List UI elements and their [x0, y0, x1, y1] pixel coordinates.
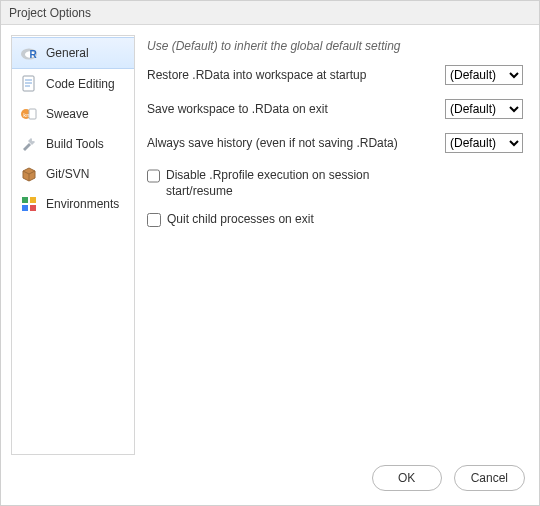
row-save-history: Always save history (even if not saving … [147, 133, 523, 153]
content-pane: Use (Default) to inherit the global defa… [147, 35, 529, 455]
svg-rect-12 [30, 197, 36, 203]
titlebar: Project Options [1, 1, 539, 25]
sidebar-item-label: Code Editing [46, 77, 115, 91]
sidebar-item-sweave[interactable]: knit Sweave [12, 99, 134, 129]
package-icon [20, 165, 38, 183]
sidebar-item-general[interactable]: R General [12, 37, 134, 69]
hint-text: Use (Default) to inherit the global defa… [147, 39, 523, 53]
tools-icon [20, 135, 38, 153]
row-restore-rdata: Restore .RData into workspace at startup… [147, 65, 523, 85]
checkbox-disable-rprofile[interactable] [147, 169, 160, 183]
svg-rect-13 [22, 205, 28, 211]
project-options-dialog: Project Options R General [0, 0, 540, 506]
sidebar: R General Code Editing [11, 35, 135, 455]
window-title: Project Options [9, 6, 91, 20]
select-save-workspace[interactable]: (Default) [445, 99, 523, 119]
sidebar-item-environments[interactable]: Environments [12, 189, 134, 219]
checkbox-quit-child[interactable] [147, 213, 161, 227]
sidebar-item-label: Sweave [46, 107, 89, 121]
select-save-history[interactable]: (Default) [445, 133, 523, 153]
envs-icon [20, 195, 38, 213]
svg-rect-14 [30, 205, 36, 211]
dialog-body: R General Code Editing [1, 25, 539, 455]
sidebar-item-label: Build Tools [46, 137, 104, 151]
row-label: Save workspace to .RData on exit [147, 102, 437, 116]
sidebar-item-build-tools[interactable]: Build Tools [12, 129, 134, 159]
row-label: Restore .RData into workspace at startup [147, 68, 437, 82]
svg-point-10 [32, 139, 34, 141]
sidebar-item-label: Environments [46, 197, 119, 211]
checkbox-label: Quit child processes on exit [167, 211, 314, 227]
row-label: Always save history (even if not saving … [147, 136, 437, 150]
svg-text:knit: knit [23, 112, 33, 118]
checkbox-label: Disable .Rprofile execution on session s… [166, 167, 407, 199]
ok-button[interactable]: OK [372, 465, 442, 491]
document-icon [20, 75, 38, 93]
svg-rect-11 [22, 197, 28, 203]
sidebar-item-label: Git/SVN [46, 167, 89, 181]
row-save-workspace: Save workspace to .RData on exit (Defaul… [147, 99, 523, 119]
check-disable-rprofile[interactable]: Disable .Rprofile execution on session s… [147, 167, 407, 199]
check-quit-child[interactable]: Quit child processes on exit [147, 211, 407, 227]
sidebar-item-code-editing[interactable]: Code Editing [12, 69, 134, 99]
svg-text:R: R [30, 49, 38, 60]
sidebar-item-git-svn[interactable]: Git/SVN [12, 159, 134, 189]
select-restore-rdata[interactable]: (Default) [445, 65, 523, 85]
cancel-button[interactable]: Cancel [454, 465, 525, 491]
sweave-icon: knit [20, 105, 38, 123]
r-logo-icon: R [20, 44, 38, 62]
dialog-footer: OK Cancel [1, 455, 539, 505]
sidebar-item-label: General [46, 46, 89, 60]
